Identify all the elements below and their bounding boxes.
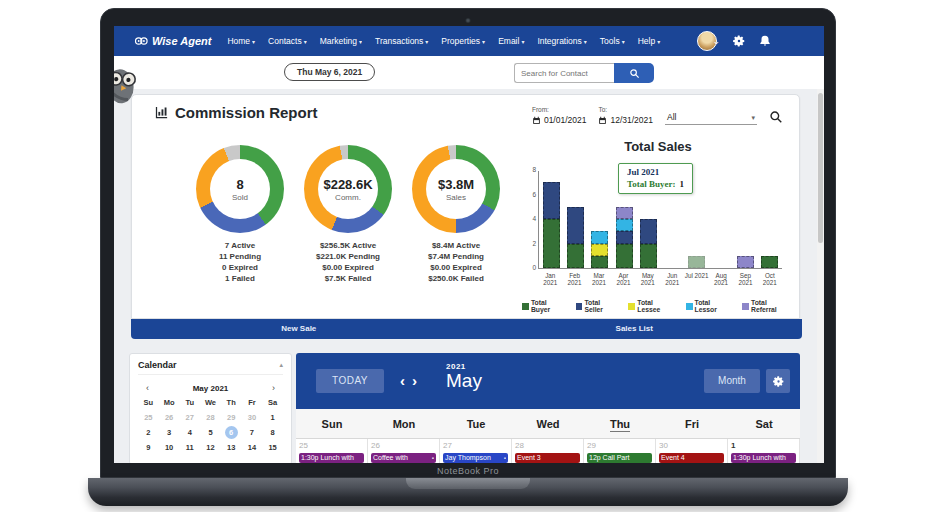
mini-day-cell[interactable]: 13: [221, 440, 242, 455]
contact-search-input[interactable]: [514, 63, 614, 83]
donut-stats: $256.5K Active$221.0K Pending$0.00 Expir…: [298, 240, 398, 284]
mini-day-cell[interactable]: 27: [179, 410, 200, 425]
mini-day-cell[interactable]: 7: [242, 425, 263, 440]
day-cell[interactable]: 26Coffee with▪: [368, 439, 440, 463]
wise-agent-logo[interactable]: Wise Agent: [134, 34, 211, 48]
calendar-event[interactable]: Jay Thompson▪: [443, 453, 508, 463]
next-month-arrow[interactable]: ›: [412, 371, 417, 391]
report-type-select[interactable]: All ▾: [665, 112, 757, 125]
wise-agent-logo-icon: [134, 34, 148, 48]
donut-label: Comm.: [335, 193, 361, 202]
mini-prev-month-arrow[interactable]: ‹: [142, 383, 153, 393]
mini-day-cell[interactable]: 2: [138, 425, 159, 440]
nav-item-integrations[interactable]: Integrations▾: [537, 36, 586, 46]
mini-day-cell[interactable]: 5: [200, 425, 221, 440]
collapse-caret-up-icon[interactable]: ▴: [279, 361, 283, 369]
bar-segment: [616, 231, 633, 243]
legend-swatch: [686, 303, 693, 310]
day-cell[interactable]: 27Jay Thompson▪: [440, 439, 512, 463]
mini-day-cell[interactable]: 14: [242, 440, 263, 455]
y-tick-label: 4: [525, 215, 536, 222]
nav-item-contacts[interactable]: Contacts▾: [268, 36, 307, 46]
report-search-icon[interactable]: [769, 110, 783, 124]
from-label: From:: [532, 106, 587, 113]
donut-stat-line: $0.00 Expired: [406, 262, 506, 273]
nav-item-tools[interactable]: Tools▾: [600, 36, 625, 46]
new-sale-button[interactable]: New Sale: [131, 319, 467, 339]
nav-item-properties[interactable]: Properties▾: [441, 36, 485, 46]
x-axis-label: Oct 2021: [758, 272, 782, 286]
day-cell[interactable]: 28Event 3: [512, 439, 584, 463]
day-cell[interactable]: 251:30p Lunch with: [296, 439, 368, 463]
bar-segment: [737, 256, 754, 268]
mini-day-cell[interactable]: 3: [159, 425, 180, 440]
mini-next-month-arrow[interactable]: ›: [268, 383, 279, 393]
notifications-bell-icon[interactable]: [758, 34, 772, 48]
contact-search: [514, 63, 654, 83]
sales-list-button[interactable]: Sales List: [467, 319, 803, 339]
day-cell[interactable]: 30Event 4: [656, 439, 728, 463]
contact-search-button[interactable]: [614, 63, 654, 83]
bar-segment: [761, 256, 778, 268]
scrollbar-thumb[interactable]: [818, 93, 823, 243]
mini-day-cell[interactable]: 4: [179, 425, 200, 440]
calendar-event[interactable]: Event 3: [515, 453, 580, 463]
to-date-field[interactable]: To: 12/31/2021: [598, 106, 653, 125]
nav-menu: Home▾Contacts▾Marketing▾Transactions▾Pro…: [227, 36, 660, 46]
mini-day-cell[interactable]: 30: [242, 410, 263, 425]
main-calendar: TODAY ‹ › 2021 May Month: [296, 353, 800, 463]
gear-icon: [772, 375, 785, 388]
mini-day-cell[interactable]: 10: [159, 440, 180, 455]
prev-month-arrow[interactable]: ‹: [400, 371, 405, 391]
mini-day-cell[interactable]: 25: [138, 410, 159, 425]
total-sales-chart: Total Sales Jul 2021 Total Buyer:1 02468…: [522, 139, 794, 317]
avatar-chevron-down-icon[interactable]: ⌄: [712, 36, 720, 46]
mini-day-cell[interactable]: 11: [179, 440, 200, 455]
mini-day-cell[interactable]: 15: [262, 440, 283, 455]
mini-day-cell[interactable]: 6: [221, 425, 242, 440]
bar-segment: [616, 244, 633, 269]
mini-calendar-grid: SuMoTuWeThFrSa25262728293012345678910111…: [138, 395, 283, 455]
page-scrollbar[interactable]: [817, 89, 824, 463]
current-date-button[interactable]: Thu May 6, 2021: [284, 63, 375, 81]
chart-legend: Total BuyerTotal SellerTotal LesseeTotal…: [522, 299, 794, 313]
calendar-event[interactable]: 12p Call Part: [587, 453, 652, 463]
view-month-button[interactable]: Month: [704, 369, 760, 393]
nav-item-home[interactable]: Home▾: [227, 36, 255, 46]
mini-day-cell[interactable]: 28: [200, 410, 221, 425]
mini-day-cell[interactable]: 26: [159, 410, 180, 425]
day-cell[interactable]: 11:30p Lunch with: [728, 439, 800, 463]
nav-item-help[interactable]: Help▾: [638, 36, 661, 46]
donut-center: $3.8MSales: [426, 159, 486, 219]
x-axis-label: Sep 2021: [733, 272, 757, 286]
weekday-sun: Sun: [296, 418, 368, 430]
event-title: Jay Thompson: [445, 453, 491, 463]
bar-jul-2021: [685, 256, 709, 268]
nav-item-email[interactable]: Email▾: [498, 36, 524, 46]
from-date-field[interactable]: From: 01/01/2021: [532, 106, 587, 125]
mini-day-cell[interactable]: 29: [221, 410, 242, 425]
dashboard-page: Commission Report From:: [114, 89, 824, 463]
nav-item-marketing[interactable]: Marketing▾: [320, 36, 362, 46]
calendar-event[interactable]: Event 4: [659, 453, 724, 463]
bar-segment: [688, 256, 705, 268]
mini-day-cell[interactable]: 12: [200, 440, 221, 455]
calendar-settings-button[interactable]: [766, 369, 790, 393]
calendar-event[interactable]: 1:30p Lunch with: [731, 453, 796, 463]
mini-day-cell[interactable]: 9: [138, 440, 159, 455]
x-axis-label: Jan 2021: [538, 272, 562, 286]
laptop-brand-label: NoteBook Pro: [101, 466, 835, 476]
donut-ring: $3.8MSales: [412, 145, 500, 233]
settings-gear-icon[interactable]: [732, 34, 746, 48]
nav-item-transactions[interactable]: Transactions▾: [375, 36, 428, 46]
donut-center: 8Sold: [210, 159, 270, 219]
day-cell[interactable]: 2912p Call Part: [584, 439, 656, 463]
calendar-event[interactable]: Coffee with▪: [371, 453, 436, 463]
calendar-event[interactable]: 1:30p Lunch with: [299, 453, 364, 463]
x-axis-label: May 2021: [636, 272, 660, 286]
mini-day-cell[interactable]: 8: [262, 425, 283, 440]
today-button[interactable]: TODAY: [316, 369, 384, 393]
donut-ring: 8Sold: [196, 145, 284, 233]
mini-day-number: 25: [144, 413, 152, 422]
mini-day-cell[interactable]: 1: [262, 410, 283, 425]
